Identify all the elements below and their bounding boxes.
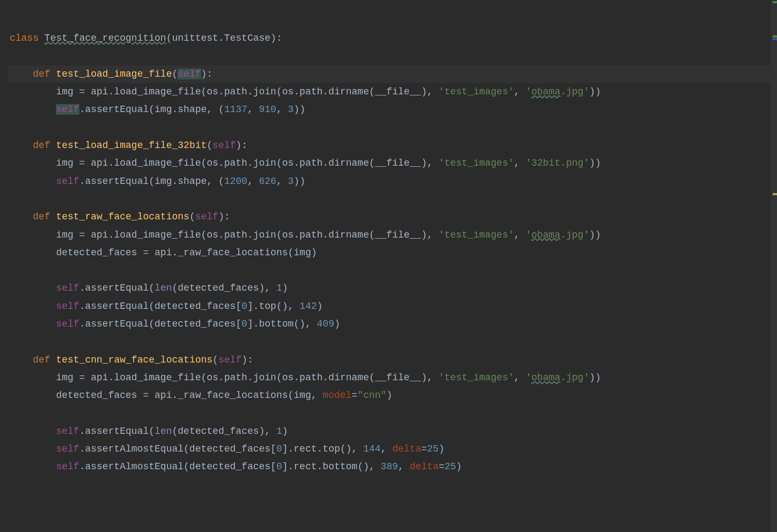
code-line[interactable] xyxy=(8,476,771,494)
code-line[interactable]: self.assertEqual(detected_faces[0].top()… xyxy=(8,298,771,315)
code-line[interactable]: self.assertEqual(detected_faces[0].botto… xyxy=(8,315,771,333)
code-line[interactable]: img = api.load_image_file(os.path.join(o… xyxy=(8,154,771,172)
code-line[interactable] xyxy=(8,12,771,29)
code-line[interactable]: def test_load_image_file_32bit(self): xyxy=(8,137,771,154)
code-line[interactable] xyxy=(8,190,771,208)
code-line[interactable] xyxy=(8,405,771,423)
code-line[interactable]: self.assertEqual(len(detected_faces), 1) xyxy=(8,423,771,440)
code-line[interactable]: self.assertEqual(img.shape, (1200, 626, … xyxy=(8,173,771,190)
code-line[interactable]: self.assertAlmostEqual(detected_faces[0]… xyxy=(8,458,771,476)
code-line[interactable]: img = api.load_image_file(os.path.join(o… xyxy=(8,369,771,387)
minimap-mark xyxy=(773,38,777,40)
code-line[interactable]: def test_raw_face_locations(self): xyxy=(8,208,771,226)
minimap-mark xyxy=(773,193,777,195)
code-line[interactable]: img = api.load_image_file(os.path.join(o… xyxy=(8,83,771,101)
code-line[interactable]: self.assertEqual(len(detected_faces), 1) xyxy=(8,279,771,297)
code-line[interactable]: img = api.load_image_file(os.path.join(o… xyxy=(8,226,771,244)
code-line[interactable]: self.assertEqual(img.shape, (1137, 910, … xyxy=(8,101,771,119)
code-line[interactable] xyxy=(8,119,771,137)
code-line[interactable]: def test_cnn_raw_face_locations(self): xyxy=(8,351,771,369)
code-line[interactable]: detected_faces = api._raw_face_locations… xyxy=(8,387,771,404)
code-line[interactable]: class Test_face_recognition(unittest.Tes… xyxy=(8,29,771,47)
minimap-mark xyxy=(773,1,777,3)
editor-gutter xyxy=(0,0,8,532)
code-line[interactable]: detected_faces = api._raw_face_locations… xyxy=(8,244,771,262)
code-line[interactable] xyxy=(8,262,771,279)
code-line[interactable]: self.assertAlmostEqual(detected_faces[0]… xyxy=(8,440,771,458)
code-line[interactable]: def test_load_image_file(self): xyxy=(8,65,771,83)
code-editor[interactable]: class Test_face_recognition(unittest.Tes… xyxy=(8,0,771,532)
code-line[interactable] xyxy=(8,48,771,65)
code-line[interactable] xyxy=(8,333,771,351)
minimap[interactable] xyxy=(771,0,777,532)
minimap-mark xyxy=(773,35,777,38)
